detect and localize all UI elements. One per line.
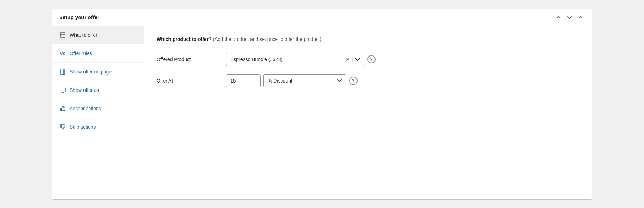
svg-rect-0 [60, 33, 65, 37]
offered-product-label: Offered Product [157, 57, 226, 62]
sidebar-item-accept-actions-label: Accept actions [70, 106, 101, 111]
thumbup-icon [59, 105, 66, 112]
offered-product-help-icon[interactable]: ? [367, 55, 376, 63]
svg-rect-6 [60, 108, 62, 111]
chevron-down-icon [567, 15, 572, 20]
sidebar: What to offer Offer rules [52, 26, 144, 199]
sidebar-item-offer-rules-label: Offer rules [70, 51, 92, 56]
offer-at-number-input[interactable] [226, 74, 261, 87]
expand-button[interactable] [576, 14, 585, 21]
dropdown-divider: | [352, 57, 353, 62]
offered-product-value: Espresso Bundle (#323) [230, 57, 346, 62]
offered-product-controls: Espresso Bundle (#323) ✕ | ? [226, 53, 376, 66]
offer-at-label: Offer At [157, 78, 226, 84]
collapse-up-button[interactable] [554, 14, 563, 21]
expand-icon [578, 15, 583, 20]
offer-at-help-icon[interactable]: ? [349, 77, 358, 85]
svg-rect-5 [60, 88, 65, 92]
sidebar-item-skip-actions[interactable]: Skip actions [52, 118, 144, 136]
sidebar-item-skip-actions-label: Skip actions [70, 124, 96, 130]
product-dropdown-arrow[interactable] [355, 57, 360, 62]
panel-header: Setup your offer [52, 9, 592, 26]
main-question: Which product to offer? (Add the product… [157, 36, 579, 43]
sidebar-item-offer-rules[interactable]: Offer rules [52, 44, 144, 63]
page-icon [59, 68, 66, 75]
box-icon [59, 32, 66, 38]
clear-product-button[interactable]: ✕ [346, 57, 350, 62]
sidebar-item-show-offer-as[interactable]: Show offer as [52, 81, 144, 99]
sidebar-item-what-to-offer[interactable]: What to offer [52, 26, 144, 44]
main-question-bold: Which product to offer? [157, 36, 212, 42]
monitor-icon [59, 87, 66, 94]
svg-rect-4 [62, 69, 65, 75]
sidebar-item-show-offer-on-page-label: Show offer on page [70, 69, 112, 75]
panel-title: Setup your offer [59, 14, 99, 20]
sidebar-item-show-offer-as-label: Show offer as [70, 87, 99, 93]
offer-at-controls: % Discount ? [226, 74, 358, 87]
offered-product-select[interactable]: Espresso Bundle (#323) ✕ | [226, 53, 364, 66]
collapse-down-button[interactable] [565, 14, 574, 21]
setup-offer-panel: Setup your offer [52, 9, 592, 200]
sidebar-item-what-to-offer-label: What to offer [70, 32, 97, 38]
sidebar-item-accept-actions[interactable]: Accept actions [52, 99, 144, 118]
svg-rect-7 [60, 125, 62, 127]
discount-dropdown-arrow[interactable] [337, 78, 342, 84]
header-controls [554, 14, 585, 21]
eye-icon [59, 50, 66, 57]
discount-type-select[interactable]: % Discount [263, 74, 346, 87]
main-question-note: (Add the product and set price to offer … [213, 36, 321, 42]
discount-type-value: % Discount [268, 78, 292, 84]
thumbdown-icon [59, 123, 66, 130]
panel-body: What to offer Offer rules [52, 26, 592, 199]
sidebar-item-show-offer-on-page[interactable]: Show offer on page [52, 63, 144, 81]
svg-point-2 [62, 52, 64, 54]
product-select-actions: ✕ | [346, 57, 360, 62]
chevron-up-icon [556, 15, 561, 20]
offer-at-row: Offer At % Discount ? [157, 74, 579, 87]
main-content: Which product to offer? (Add the product… [144, 26, 592, 199]
offered-product-row: Offered Product Espresso Bundle (#323) ✕… [157, 53, 579, 66]
